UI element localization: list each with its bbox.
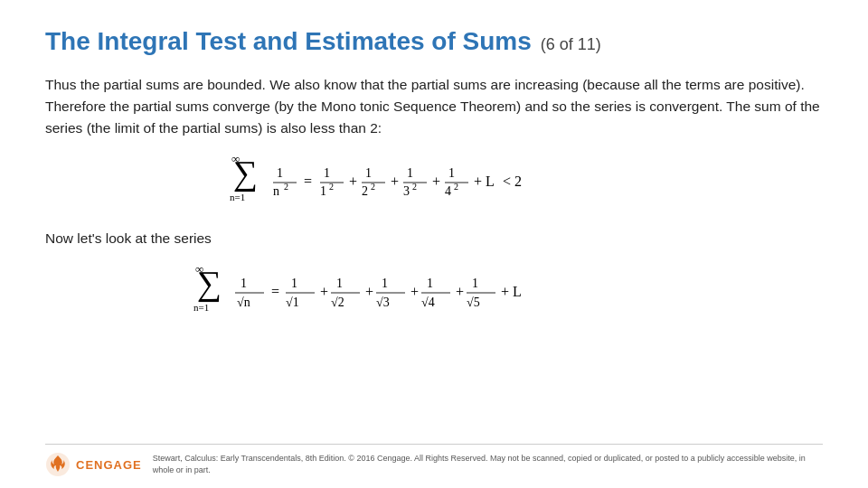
slide-title: The Integral Test and Estimates of Sums … <box>45 27 823 56</box>
svg-text:∞: ∞ <box>195 262 203 276</box>
svg-text:n=1: n=1 <box>193 302 209 313</box>
formula-1-svg: ∑ n=1 ∞ 1 n 2 = 1 1 2 + 1 2 2 + <box>217 150 651 211</box>
svg-text:2: 2 <box>371 182 375 192</box>
svg-text:+: + <box>365 284 373 299</box>
svg-text:1: 1 <box>336 277 343 290</box>
title-sub: (6 of 11) <box>541 35 601 54</box>
svg-text:1: 1 <box>324 166 330 180</box>
cengage-text: CENGAGE <box>76 458 142 472</box>
formula-1: ∑ n=1 ∞ 1 n 2 = 1 1 2 + 1 2 2 + <box>45 150 823 211</box>
svg-text:1: 1 <box>320 184 326 198</box>
svg-text:=: = <box>271 284 279 299</box>
svg-text:2: 2 <box>362 184 368 198</box>
svg-text:1: 1 <box>427 277 433 290</box>
svg-text:+: + <box>349 174 357 189</box>
now-text: Now let's look at the series <box>45 228 823 249</box>
svg-text:√n: √n <box>237 296 250 309</box>
body-paragraph: Thus the partial sums are bounded. We al… <box>45 74 823 139</box>
svg-text:+: + <box>410 284 419 299</box>
svg-text:2: 2 <box>454 182 458 192</box>
svg-text:1: 1 <box>382 277 388 290</box>
svg-text:+: + <box>456 284 464 299</box>
svg-text:2: 2 <box>329 182 334 192</box>
footer-legal: Stewart, Calculus: Early Transcendentals… <box>153 453 823 475</box>
svg-text:n: n <box>273 184 279 198</box>
svg-text:1: 1 <box>277 166 283 180</box>
svg-text:+: + <box>432 174 440 189</box>
svg-text:√2: √2 <box>331 296 344 309</box>
svg-text:√3: √3 <box>376 296 390 309</box>
svg-text:√5: √5 <box>467 296 480 309</box>
svg-text:1: 1 <box>448 166 455 180</box>
svg-text:4: 4 <box>445 184 451 198</box>
svg-text:+ L: + L <box>474 174 495 189</box>
svg-text:√4: √4 <box>421 296 435 309</box>
svg-text:1: 1 <box>365 166 372 180</box>
svg-text:< 2: < 2 <box>503 174 522 189</box>
formula-2-svg: ∑ n=1 ∞ 1 √n = 1 √1 + 1 √2 + 1 <box>181 260 687 322</box>
svg-text:2: 2 <box>284 182 288 192</box>
svg-text:1: 1 <box>291 277 297 290</box>
svg-text:3: 3 <box>403 184 410 198</box>
cengage-logo: CENGAGE <box>45 452 142 477</box>
formula-2: ∑ n=1 ∞ 1 √n = 1 √1 + 1 √2 + 1 <box>45 260 823 322</box>
svg-text:n=1: n=1 <box>230 192 245 202</box>
svg-text:2: 2 <box>412 182 417 192</box>
svg-text:=: = <box>304 174 312 189</box>
cengage-logo-icon <box>45 452 71 477</box>
svg-text:1: 1 <box>241 277 247 290</box>
svg-text:1: 1 <box>407 166 413 180</box>
footer: CENGAGE Stewart, Calculus: Early Transce… <box>45 444 823 477</box>
svg-text:1: 1 <box>472 277 478 290</box>
svg-text:+: + <box>320 284 328 299</box>
svg-text:∞: ∞ <box>231 152 240 165</box>
svg-text:√1: √1 <box>286 296 299 309</box>
svg-text:+: + <box>391 174 399 189</box>
svg-text:+ L: + L <box>501 284 522 299</box>
slide: The Integral Test and Estimates of Sums … <box>0 0 868 488</box>
title-main: The Integral Test and Estimates of Sums <box>45 27 532 56</box>
